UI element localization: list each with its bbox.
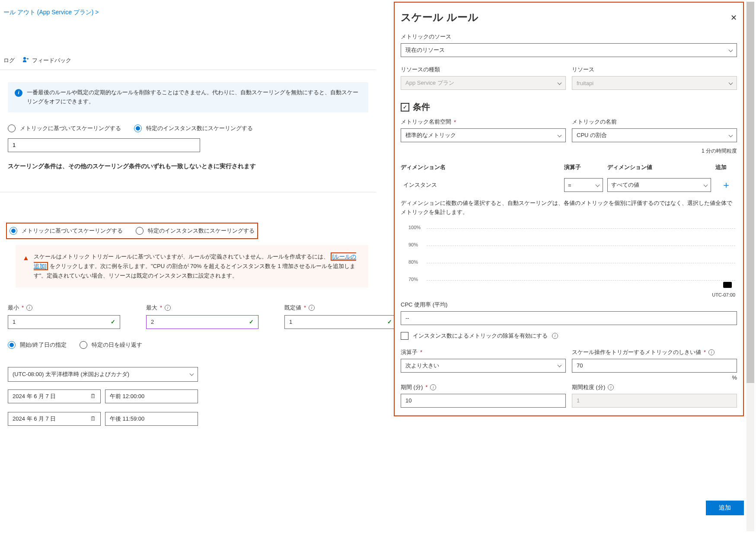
operator-select[interactable]: 次より大きい [401,359,566,373]
dim-operator-select[interactable]: = [564,178,603,192]
max-input[interactable]: 2✓ [146,315,258,329]
warning-box: ▲ スケールはメトリック トリガー ルールに基づいていますが、ルールが定義されて… [16,245,368,287]
duration-input[interactable]: 10 [401,394,566,408]
dim-header-name: ディメンション名 [401,163,560,171]
check-icon: ✓ [111,319,115,325]
add-button[interactable]: 追加 [706,501,744,515]
chart-tick-80: 80% [408,259,418,265]
info-icon[interactable]: i [430,384,436,390]
warning-icon: ▲ [22,252,29,281]
duration-gran-label: 期間粒度 (分) i [572,383,737,391]
radio-circle-selected-icon [134,124,142,132]
chart-tick-100: 100% [408,225,421,230]
min-input[interactable]: 1✓ [8,315,120,329]
highlighted-radio-row: メトリックに基づいてスケーリングする 特定のインスタンス数にスケーリングする [6,223,258,239]
conditions-header: ✓ 条件 [401,101,737,113]
info-box: i 一番最後のルールや既定の定期的なルールを削除することはできません。代わりに、… [8,82,368,112]
duration-gran-input: 1 [572,394,737,408]
warning-text: スケールはメトリック トリガー ルールに基づいていますが、ルールが定義されていま… [34,252,361,281]
resource-select: fruitapi [572,76,737,90]
close-icon[interactable]: ✕ [730,13,737,22]
resource-type-label: リソースの種類 [401,66,566,73]
dim-name-cell: インスタンス [401,181,560,189]
metric-chart: 100% 90% 80% 70% UTC-07:00 [401,225,737,297]
default-input[interactable]: 1✓ [284,315,397,329]
chevron-down-icon [729,48,733,52]
namespace-select[interactable]: 標準的なメトリック [401,128,566,142]
min-label: 最小 * i [8,304,120,312]
cpc-label: CPC 使用率 (平均) [401,301,737,309]
condition-note: スケーリング条件は、その他のスケーリング条件のいずれも一致しないときに実行されま… [0,160,376,183]
chevron-down-icon [729,80,733,85]
chevron-down-icon [729,133,733,137]
chevron-down-icon [190,372,194,376]
checkbox-icon[interactable] [401,332,408,340]
radio-start-end[interactable]: 開始/終了日の指定 [8,341,67,349]
info-icon[interactable]: i [26,305,32,311]
radio-repeat[interactable]: 特定の日を繰り返す [80,341,142,349]
resource-label: リソース [572,66,737,73]
feedback-icon [22,56,29,64]
scrollbar-thumb[interactable] [746,2,754,383]
end-date-input[interactable]: 2024 年 6 月 7 日🗓 [8,412,101,426]
metric-name-select[interactable]: CPU の割合 [572,128,737,142]
percent-suffix: % [572,374,737,381]
info-icon[interactable]: i [309,305,315,311]
threshold-label: スケール操作をトリガーするメトリックのしきい値 * i [572,348,737,356]
threshold-input[interactable]: 70 [572,359,737,373]
info-icon[interactable]: i [708,349,715,355]
duration-label: 期間 (分) * i [401,383,566,391]
info-icon[interactable]: i [608,384,614,390]
radio-circle-selected-icon [10,227,17,235]
breadcrumb[interactable]: ール アウト (App Service プラン) > [0,9,376,16]
chart-tick-70: 70% [408,277,418,282]
info-icon[interactable]: i [552,333,558,339]
panel-title: スケール ルール [401,10,737,24]
metric-source-select[interactable]: 現在のリソース [401,43,737,57]
radio-metric-2[interactable]: メトリックに基づいてスケーリングする [10,227,123,235]
dim-header-val: ディメンション値 [607,163,711,171]
toolbar: ログ フィードバック [0,51,376,70]
start-date-input[interactable]: 2024 年 6 月 7 日🗓 [8,389,101,403]
instance-count-input[interactable] [8,138,200,152]
divide-checkbox-row[interactable]: インスタンス数によるメトリックの除算を有効にする i [401,332,737,340]
dimension-table: ディメンション名 演算子 ディメンション値 追加 インスタンス = すべての値 … [401,159,737,195]
chart-tick-90: 90% [408,242,418,247]
feedback-label: フィードバック [32,57,71,64]
log-label: ログ [3,57,15,64]
info-text: 一番最後のルールや既定の定期的なルールを削除することはできません。代わりに、自動… [27,88,361,106]
radio-start-end-label: 開始/終了日の指定 [20,341,67,349]
info-icon[interactable]: i [165,305,171,311]
scale-rule-panel: スケール ルール ✕ メトリックのソース 現在のリソース リソースの種類 App… [394,2,744,416]
divide-checkbox-label: インスタンス数によるメトリックの除算を有効にする [413,332,548,340]
default-label: 既定値 * i [284,304,397,312]
max-label: 最大 * i [146,304,258,312]
feedback-button[interactable]: フィードバック [22,56,71,64]
metric-name-label: メトリックの名前 [572,118,737,126]
end-time-input[interactable]: 午後 11:59:00 [105,412,198,426]
calendar-icon: 🗓 [90,393,96,399]
scrollbar[interactable] [746,2,754,531]
metric-source-label: メトリックのソース [401,33,737,41]
radio-instance-1[interactable]: 特定のインスタンス数にスケーリングする [134,124,253,132]
timezone-select[interactable]: (UTC-08:00) 太平洋標準時 (米国およびカナダ) [8,367,198,382]
radio-instance-2[interactable]: 特定のインスタンス数にスケーリングする [136,227,255,235]
radio-instance-label: 特定のインスタンス数にスケーリングする [146,124,253,132]
add-dimension-icon[interactable]: ＋ [715,179,737,191]
divider [0,192,376,192]
start-time-input[interactable]: 午前 12:00:00 [105,389,198,403]
calendar-icon: 🗓 [90,415,96,422]
scale-mode-row-1: メトリックに基づいてスケーリングする 特定のインスタンス数にスケーリングする [0,123,376,138]
log-button[interactable]: ログ [3,57,15,64]
radio-metric-label-2: メトリックに基づいてスケーリングする [22,227,123,235]
radio-metric-1[interactable]: メトリックに基づいてスケーリングする [8,124,121,132]
chart-timezone: UTC-07:00 [712,292,735,297]
check-icon: ✓ [387,319,392,325]
info-icon: i [15,89,22,97]
dim-header-add: 追加 [715,163,737,171]
dim-header-op: 演算子 [564,163,603,171]
dim-value-select[interactable]: すべての値 [607,178,711,192]
chevron-down-icon [596,182,600,187]
cpc-value: -- [401,311,737,325]
namespace-label: メトリック名前空間 * [401,118,566,126]
